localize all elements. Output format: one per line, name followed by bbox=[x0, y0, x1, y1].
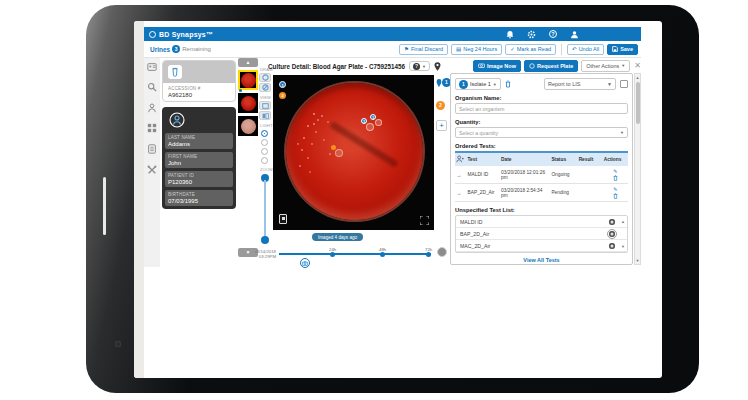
imaging-timeline: 03/14/2018 03:29PM 24h 48h 72h bbox=[250, 244, 450, 266]
colony-ring bbox=[335, 149, 343, 157]
patient-field-firstname: FIRST NAME John bbox=[165, 152, 233, 168]
assign-person-icon bbox=[456, 155, 464, 163]
thumbs-scroll-up-button[interactable]: ▲ bbox=[238, 58, 258, 67]
unspecified-test-item[interactable]: BAP_2D_Air bbox=[456, 228, 627, 240]
save-button[interactable]: Save bbox=[607, 44, 638, 55]
isolate-selector-dropdown[interactable]: 1 Isolate 1 ▼ bbox=[455, 78, 501, 90]
specimen-header bbox=[163, 61, 235, 83]
organism-input[interactable]: Select an organism bbox=[455, 103, 628, 114]
report-checkbox[interactable] bbox=[620, 80, 628, 88]
test-settings-icon[interactable] bbox=[609, 231, 615, 237]
timeline-point-72h[interactable] bbox=[426, 252, 431, 257]
remaining-label: Remaining bbox=[182, 46, 211, 52]
patient-icon[interactable] bbox=[147, 103, 157, 113]
plate-thumbnail-2[interactable] bbox=[238, 93, 258, 113]
search-icon[interactable] bbox=[147, 82, 157, 92]
close-icon[interactable]: ✕ bbox=[634, 61, 641, 70]
other-actions-dropdown[interactable]: Other Actions ▼ bbox=[581, 60, 630, 72]
draw-circle-tool-button[interactable] bbox=[259, 73, 271, 82]
image-meta-icon[interactable] bbox=[279, 214, 287, 224]
plate-thumbnail-1-selected[interactable] bbox=[238, 70, 258, 90]
view-all-tests-link[interactable]: View All Tests bbox=[455, 257, 628, 263]
light-option-2-radio[interactable] bbox=[261, 139, 268, 146]
view-single-button[interactable] bbox=[259, 101, 271, 110]
worklist-name[interactable]: Urines bbox=[150, 46, 170, 53]
image-now-button[interactable]: Image Now bbox=[473, 60, 521, 72]
quantity-select[interactable]: Select a quantity ▼ bbox=[455, 127, 628, 138]
scrollbar-thumb[interactable] bbox=[636, 82, 640, 124]
draw-erase-tool-button[interactable] bbox=[259, 83, 271, 92]
location-pin-icon[interactable] bbox=[434, 62, 441, 71]
edit-test-icon[interactable]: ✎ bbox=[613, 168, 617, 174]
zoom-slider[interactable] bbox=[259, 174, 271, 246]
run-test-icon[interactable]: → bbox=[456, 172, 462, 178]
settings-gear-icon[interactable] bbox=[527, 30, 536, 39]
brand-logo: BD Synapsys™ bbox=[149, 31, 213, 38]
plate-thumbnail-3[interactable] bbox=[238, 116, 258, 136]
timeline-start-label: 03/14/2018 03:29PM bbox=[250, 249, 276, 260]
ordered-test-row[interactable]: → MALDI ID 03/20/2018 12:01:26 pm Ongoin… bbox=[455, 166, 628, 184]
panel-scrollbar[interactable]: ▲ ▼ bbox=[634, 73, 641, 265]
timeline-point-48h[interactable] bbox=[380, 252, 385, 257]
zoom-out-handle[interactable] bbox=[261, 236, 269, 244]
test-settings-icon[interactable] bbox=[609, 243, 615, 249]
isolate-2-selector[interactable]: 2 bbox=[436, 101, 445, 110]
clipboard-icon: ▤ bbox=[456, 46, 461, 52]
timeline-point-24h[interactable] bbox=[330, 252, 335, 257]
log-book-icon[interactable] bbox=[147, 144, 157, 154]
tablet-frame: BD Synapsys™ ? bbox=[86, 5, 699, 393]
plate-help-dropdown[interactable]: ? ▼ bbox=[409, 61, 430, 71]
ordered-test-row[interactable]: → BAP_2D_Air 03/20/2018 2:54:34 pm Pendi… bbox=[455, 184, 628, 202]
list-scroll-down-icon[interactable]: ▼ bbox=[621, 244, 625, 249]
scroll-down-icon[interactable]: ▼ bbox=[635, 258, 640, 263]
help-icon[interactable]: ? bbox=[549, 30, 557, 38]
test-result bbox=[578, 184, 603, 202]
edit-test-icon[interactable]: ✎ bbox=[613, 186, 617, 192]
patient-card[interactable]: LAST NAME Addams FIRST NAME John PATIENT… bbox=[162, 107, 236, 209]
delete-test-icon[interactable] bbox=[613, 193, 618, 199]
unspecified-test-item[interactable]: MAC_2D_Air bbox=[456, 240, 627, 252]
app-body: ACCESSION # A962180 bbox=[144, 58, 641, 267]
light-option-4-radio[interactable] bbox=[261, 157, 268, 164]
light-option-3-radio[interactable] bbox=[261, 148, 268, 155]
neg-24-hours-button[interactable]: ▤ Neg 24 Hours bbox=[451, 44, 502, 55]
report-to-lis-select[interactable]: Report to LIS ▼ bbox=[544, 78, 616, 90]
request-plate-button[interactable]: Request Plate bbox=[524, 60, 578, 72]
blood-agar-plate-image[interactable] bbox=[286, 83, 423, 220]
isolate-marker-rail: 1 2 + bbox=[436, 78, 451, 131]
grid-icon[interactable] bbox=[147, 123, 157, 133]
scroll-up-icon[interactable]: ▲ bbox=[635, 75, 640, 80]
isolate-1-colony-marker[interactable]: 1 bbox=[361, 118, 367, 124]
timeline-track[interactable]: 24h 48h 72h bbox=[279, 253, 431, 255]
col-result: Result bbox=[578, 152, 603, 166]
fullscreen-expand-icon[interactable] bbox=[420, 216, 429, 225]
light-option-1-radio[interactable] bbox=[261, 130, 268, 137]
test-settings-icon[interactable] bbox=[609, 219, 615, 225]
notifications-icon[interactable] bbox=[506, 30, 514, 39]
timeline-camera-icon[interactable] bbox=[300, 258, 310, 268]
zoom-track[interactable] bbox=[264, 180, 266, 236]
delete-isolate-icon[interactable] bbox=[505, 80, 511, 88]
check-icon: ✓ bbox=[510, 46, 515, 52]
view-compare-button[interactable] bbox=[259, 111, 271, 120]
run-test-icon[interactable]: → bbox=[456, 190, 462, 196]
isolate-detail-panel: 1 Isolate 1 ▼ Report to LIS ▼ bbox=[450, 73, 633, 265]
plate-image-viewer[interactable]: 1 2 1 1 bbox=[273, 75, 434, 230]
tools-icon[interactable] bbox=[147, 165, 157, 175]
capture-button[interactable] bbox=[437, 247, 447, 257]
delete-test-icon[interactable] bbox=[613, 175, 618, 181]
mark-as-read-button[interactable]: ✓ Mark as Read bbox=[505, 44, 556, 55]
undo-all-button[interactable]: ↶ Undo All bbox=[567, 44, 604, 55]
final-discard-button[interactable]: ⚑ Final Discard bbox=[399, 44, 448, 55]
colony-ring bbox=[366, 123, 374, 131]
accession-card[interactable]: ACCESSION # A962180 bbox=[162, 60, 236, 102]
culture-detail-title: Culture Detail: Blood Agar Plate - C7592… bbox=[268, 63, 405, 70]
unspecified-test-item[interactable]: MALDI ID bbox=[456, 216, 627, 228]
isolate-1-selector[interactable]: 1 bbox=[436, 78, 451, 87]
plate-thumb-image bbox=[241, 73, 256, 88]
worklist-card-icon[interactable] bbox=[147, 62, 157, 72]
add-isolate-button[interactable]: + bbox=[436, 120, 447, 131]
list-scroll-up-icon[interactable]: ▲ bbox=[621, 219, 625, 224]
imaged-age-badge: Imaged 4 days ago bbox=[312, 233, 363, 241]
user-account-icon[interactable] bbox=[570, 30, 579, 39]
